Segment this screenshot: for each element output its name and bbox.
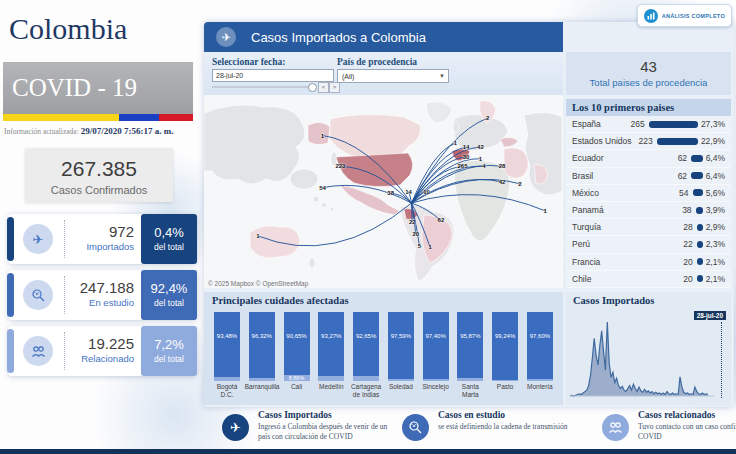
map-count-label: 10 (423, 189, 430, 195)
date-reference-line (721, 322, 722, 398)
stat-percentage-box: 92,4%del total (141, 270, 197, 320)
city-bar-dark (527, 312, 553, 379)
date-prev-button[interactable]: < (318, 82, 329, 93)
stat-value: 972 (66, 223, 134, 240)
legend-description: Tuvo contacto con un caso confirmado de … (638, 422, 736, 442)
flag-yellow (3, 114, 119, 121)
flight-map[interactable]: © 2025 Mapbox © OpenStreetMap 2122354381… (204, 95, 563, 288)
date-slider-knob[interactable] (308, 83, 317, 92)
country-row[interactable]: México 54 5,6% (566, 185, 731, 202)
city-bar[interactable]: 95,87% (457, 312, 483, 381)
date-tag: 28-jul-20 (694, 311, 726, 320)
city-name: Barranquilla (245, 383, 279, 404)
date-slider-track[interactable] (212, 86, 312, 88)
city-bar-dark (353, 312, 379, 376)
country-row[interactable]: Estados Unidos 223 22,9% (566, 133, 731, 150)
city-bar-light (492, 380, 518, 381)
country-count: 223 (633, 136, 653, 146)
country-name: Turquía (572, 222, 673, 232)
stat-card-en-estudio[interactable]: 247.188 En estudio 92,4%del total (8, 270, 197, 320)
country-bar (657, 138, 698, 145)
city-bar[interactable]: 90,65%8,86% (284, 312, 310, 381)
country-bar (693, 189, 703, 196)
map-count-label: 30 (463, 154, 470, 160)
country-row[interactable]: Turquía 28 2,9% (566, 219, 731, 236)
confirmed-card: 267.385 Casos Confirmados (25, 148, 173, 202)
date-next-button[interactable]: > (329, 82, 340, 93)
city-bar[interactable]: 97,59% (388, 312, 414, 381)
map-count-label: 1 (321, 133, 324, 139)
city-bar-light (249, 378, 275, 381)
country-row[interactable]: España 265 27,3% (566, 116, 731, 133)
country-count: 265 (625, 119, 645, 129)
country-filter-label: País de procedencia (337, 57, 417, 67)
country-bar (697, 241, 703, 248)
stat-accent (7, 329, 14, 373)
map-count-label: 223 (335, 163, 345, 169)
city-bar-dark (284, 312, 310, 375)
map-attribution: © 2025 Mapbox © OpenStreetMap (208, 280, 308, 287)
city-bar-dark (492, 312, 518, 380)
country-name: México (572, 188, 669, 198)
legend-icon-circle (402, 414, 429, 441)
city-bar[interactable]: 92,65% (353, 312, 379, 381)
date-input[interactable] (212, 69, 334, 82)
city-bar[interactable]: 93,48% (214, 312, 240, 381)
country-name: Perú (572, 239, 673, 249)
stat-card-importados[interactable]: ✈ 972 Importados 0,4%del total (8, 214, 197, 264)
map-count-label: 22 (409, 219, 416, 225)
updated-info: Información actualizada: 29/07/2020 7:56… (4, 126, 202, 136)
flag-blue (119, 114, 159, 121)
country-select[interactable]: (All) ▼ (337, 69, 449, 83)
country-pct: 2,1% (706, 274, 725, 284)
country-bar (697, 275, 703, 282)
legend-description: se está definiendo la cadena de transmis… (438, 422, 568, 432)
country-select-value: (All) (342, 73, 354, 80)
legend-title: Casos Importados (258, 410, 392, 420)
country-row[interactable]: Ecuador 62 6,4% (566, 150, 731, 167)
city-bar[interactable]: 93,27% (318, 312, 344, 381)
map-count-label: 42 (499, 179, 506, 185)
country-count: 20 (673, 274, 693, 284)
stat-icon-circle: ✈ (23, 224, 53, 254)
virus-search-icon (31, 288, 46, 303)
map-count-label: 14 (405, 189, 412, 195)
country-pct: 3,9% (706, 205, 725, 215)
confirmed-value: 267.385 (25, 157, 173, 181)
cities-axis-labels: Bogotá D.C.BarranquillaCaliMedellínCarta… (214, 383, 553, 404)
plane-icon: ✈ (216, 27, 236, 47)
flag-red (159, 114, 193, 121)
country-row[interactable]: Panamá 38 3,9% (566, 202, 731, 219)
city-bar-value-label: 97,59% (388, 333, 414, 339)
map-count-label: 1 (543, 208, 546, 214)
country-row[interactable]: Brasil 62 6,4% (566, 168, 731, 185)
legend-icon-circle: ✈ (222, 414, 249, 441)
country-count: 54 (669, 188, 689, 198)
country-row[interactable]: Francia 20 2,1% (566, 254, 731, 271)
city-bar[interactable]: 99,24% (492, 312, 518, 381)
map-count-label: 2 (486, 115, 489, 121)
stat-label: Relacionado (66, 353, 134, 364)
dotted-divider (64, 332, 65, 370)
city-bar[interactable]: 96,32% (249, 312, 275, 381)
country-pct: 2,1% (706, 257, 725, 267)
country-count: 22 (673, 239, 693, 249)
map-count-label: 1 (479, 156, 482, 162)
city-bar-value-label: 99,24% (492, 333, 518, 339)
stat-accent (7, 273, 14, 317)
city-bar[interactable]: 97,60% (527, 312, 553, 381)
world-map (204, 95, 563, 288)
stat-card-relacionado[interactable]: 19.225 Relacionado 7,2%del total (8, 326, 197, 376)
analysis-button-label: ANÁLISIS COMPLETO (662, 13, 725, 19)
city-bar[interactable]: 97,40% (423, 312, 449, 381)
city-bar-value-label: 96,32% (249, 333, 275, 339)
country-row[interactable]: Perú 22 2,3% (566, 236, 731, 253)
country-name: Francia (572, 257, 673, 267)
legend-title: Casos relacionados (638, 410, 736, 420)
legend-item-1: ✈ Casos Importados Ingresó a Colombia de… (222, 410, 392, 442)
country-row[interactable]: Chile 20 2,1% (566, 271, 731, 288)
country-name: Panamá (572, 205, 672, 215)
analysis-completo-button[interactable]: ANÁLISIS COMPLETO (637, 4, 732, 27)
map-count-label: 42 (477, 144, 484, 150)
map-count-label: 4 (482, 163, 485, 169)
